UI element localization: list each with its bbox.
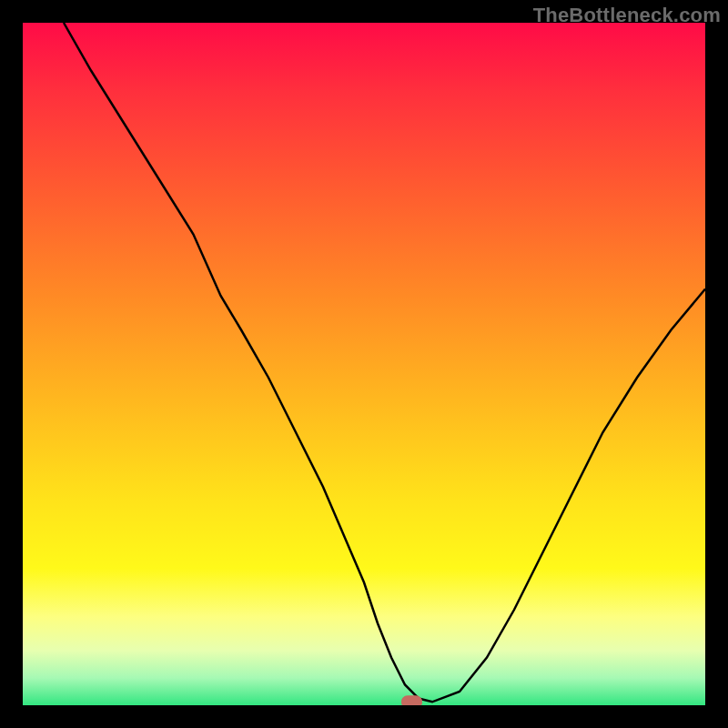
curve-svg [23,23,705,705]
watermark-text: TheBottleneck.com [533,4,721,27]
chart-frame: TheBottleneck.com [0,0,728,728]
bottleneck-curve [64,23,705,702]
plot-area [23,23,705,705]
optimum-marker [402,696,422,705]
